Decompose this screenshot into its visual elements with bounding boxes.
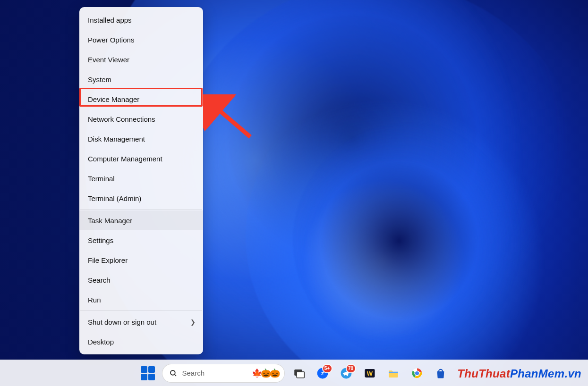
wallpaper-shape [293, 123, 529, 359]
chrome-icon [411, 367, 423, 379]
taskbar-app-telegram[interactable]: 70 [337, 364, 356, 383]
menu-item-label: Installed apps [88, 16, 132, 24]
menu-item-label: Settings [88, 236, 113, 244]
menu-separator [80, 310, 202, 311]
badge-count: 70 [347, 365, 355, 372]
menu-item-label: Power Options [88, 36, 134, 44]
menu-item-label: Terminal [88, 175, 115, 183]
taskbar-search[interactable]: Search 🍁🎃🎃 [162, 364, 285, 383]
menu-item-search[interactable]: Search [79, 270, 203, 290]
menu-item-desktop[interactable]: Desktop [79, 332, 203, 352]
menu-item-task-manager[interactable]: Task Manager [79, 210, 203, 230]
menu-item-label: Task Manager [88, 217, 132, 225]
w-app-icon: W [364, 367, 376, 379]
taskbar-app-w[interactable]: W [360, 364, 379, 383]
watermark-part1: ThuThuat [457, 367, 510, 380]
menu-item-label: Network Connections [88, 115, 155, 123]
search-icon [169, 369, 178, 378]
desktop[interactable]: Installed apps Power Options Event Viewe… [0, 0, 588, 386]
taskbar-file-explorer[interactable] [384, 364, 403, 383]
svg-line-2 [174, 374, 176, 376]
svg-text:Z: Z [321, 371, 324, 376]
start-button[interactable] [138, 364, 157, 383]
menu-item-device-manager[interactable]: Device Manager [79, 89, 203, 109]
menu-item-label: Search [88, 276, 111, 284]
menu-item-label: Run [88, 296, 101, 304]
taskbar-chrome[interactable] [408, 364, 426, 383]
task-view-icon [293, 367, 305, 379]
menu-item-label: Device Manager [88, 95, 139, 103]
svg-rect-4 [297, 371, 304, 378]
menu-item-network-connections[interactable]: Network Connections [79, 109, 203, 129]
svg-rect-10 [389, 371, 398, 372]
menu-item-system[interactable]: System [79, 69, 203, 89]
svg-point-1 [170, 370, 175, 375]
shopping-bag-icon [435, 367, 447, 379]
search-placeholder: Search [182, 369, 247, 377]
menu-item-label: Desktop [88, 338, 114, 346]
taskbar-center: Search 🍁🎃🎃 Z 5+ [138, 364, 450, 383]
winx-context-menu: Installed apps Power Options Event Viewe… [79, 7, 203, 354]
menu-item-label: Terminal (Admin) [88, 194, 141, 202]
badge-count: 5+ [323, 365, 332, 372]
menu-separator [80, 209, 202, 210]
watermark: ThuThuatPhanMem.vn [457, 367, 581, 380]
menu-item-settings[interactable]: Settings [79, 230, 203, 250]
windows-logo-icon [141, 366, 155, 380]
menu-item-file-explorer[interactable]: File Explorer [79, 250, 203, 270]
menu-item-shutdown-signout[interactable]: Shut down or sign out ❯ [79, 312, 203, 332]
menu-item-terminal[interactable]: Terminal [79, 168, 203, 188]
menu-item-terminal-admin[interactable]: Terminal (Admin) [79, 188, 203, 208]
watermark-part2: PhanMem [510, 367, 564, 380]
menu-item-label: Disk Management [88, 135, 145, 143]
watermark-suffix: .vn [564, 367, 581, 380]
taskbar: Search 🍁🎃🎃 Z 5+ [0, 360, 588, 386]
menu-item-run[interactable]: Run [79, 290, 203, 310]
folder-icon [387, 367, 400, 379]
menu-item-label: File Explorer [88, 256, 128, 264]
menu-item-event-viewer[interactable]: Event Viewer [79, 50, 203, 69]
menu-item-computer-management[interactable]: Computer Management [79, 149, 203, 168]
menu-item-power-options[interactable]: Power Options [79, 30, 203, 50]
menu-item-label: System [88, 76, 111, 84]
menu-item-disk-management[interactable]: Disk Management [79, 129, 203, 149]
menu-item-label: Computer Management [88, 155, 162, 163]
chevron-right-icon: ❯ [190, 319, 196, 326]
search-seasonal-icon: 🍁🎃🎃 [252, 368, 279, 378]
svg-text:W: W [366, 369, 373, 377]
menu-item-label: Event Viewer [88, 56, 129, 64]
menu-item-label: Shut down or sign out [88, 318, 156, 326]
taskbar-store[interactable] [431, 364, 450, 383]
menu-item-installed-apps[interactable]: Installed apps [79, 10, 203, 30]
taskbar-app-zalo[interactable]: Z 5+ [313, 364, 332, 383]
taskbar-task-view[interactable] [290, 364, 308, 383]
